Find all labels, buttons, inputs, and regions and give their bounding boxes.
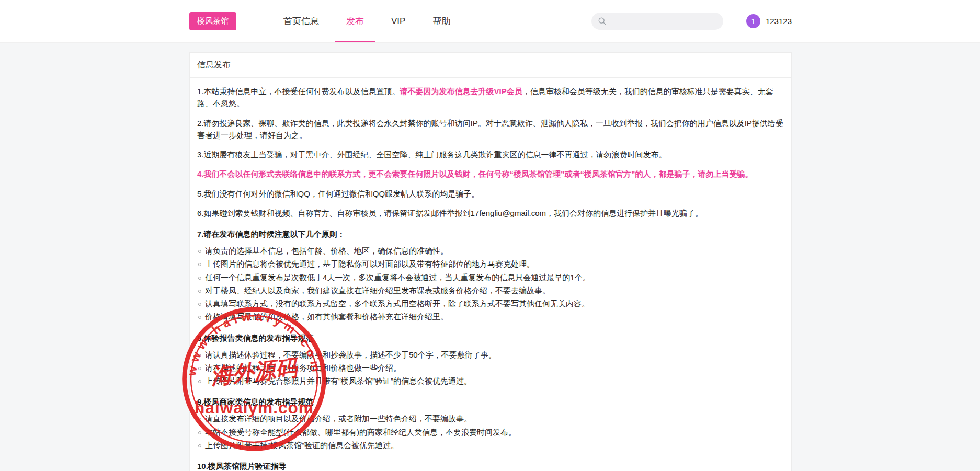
bullet-item: 请认真描述体验过程，不要编故事和抄袭故事，描述不少于50个字，不要敷衍了事。: [197, 349, 784, 361]
bullet-text: 请认真描述体验过程，不要编故事和抄袭故事，描述不少于50个字，不要敷衍了事。: [205, 349, 496, 361]
username: 123123: [766, 17, 792, 26]
site-logo[interactable]: 楼凤茶馆: [189, 12, 236, 30]
bullet-dot-icon: [198, 277, 201, 280]
bullet-item: 请负责的选择基本信息，包括年龄、价格、地区，确保信息的准确性。: [197, 245, 784, 257]
bullet-dot-icon: [198, 444, 201, 447]
bullet-text: 上传图片的信息将会被优先通过，基于隐私你可以对面部以及带有特征部位的地方马赛克处…: [205, 258, 534, 270]
bullet-dot-icon: [198, 418, 201, 421]
rule-text-segment: 请不要因为发布信息去升级VIP会员: [400, 87, 522, 96]
bullet-dot-icon: [198, 250, 201, 253]
top-navbar: 楼凤茶馆 首页信息发布VIP帮助 1 123123: [0, 0, 980, 43]
section-heading: 7.请在发布信息的时候注意以下几个原则：: [197, 229, 784, 239]
rule-paragraph: 1.本站秉持信息中立，不接受任何付费发布以及信息置顶。请不要因为发布信息去升级V…: [197, 85, 784, 110]
search-box[interactable]: [591, 13, 723, 30]
rule-text-segment: 1.本站秉持信息中立，不接受任何付费发布以及信息置顶。: [197, 87, 400, 96]
bullet-dot-icon: [198, 290, 201, 293]
bullet-item: 对于楼凤、经纪人以及商家，我们建议直接在详细介绍里发布课表或服务价格介绍，不要去…: [197, 284, 784, 296]
bullet-item: 上传图片的信息将会被优先通过，基于隐私你可以对面部以及带有特征部位的地方马赛克处…: [197, 258, 784, 270]
bullet-text: 上传图片附带马赛克合影照片并且带有“楼凤茶馆”验证”的信息会被优先通过。: [205, 375, 472, 387]
bullet-dot-icon: [198, 354, 201, 357]
bullet-dot-icon: [198, 431, 201, 434]
search-icon: [598, 17, 607, 26]
bullet-text: 上传图片附带手持“楼凤茶馆”验证的信息会被优先通过。: [205, 439, 398, 451]
bullet-item: 认真填写联系方式，没有的联系方式留空，多个联系方式用空格断开，除了联系方式不要写…: [197, 297, 784, 309]
bullet-text: 请直接发布详细的项目以及价格介绍，或者附加一些特色介绍，不要编故事。: [205, 412, 472, 424]
bullet-text: 任何一个信息重复发布是次数低于4天一次，多次重复将不会被通过，当天重复发布的信息…: [205, 271, 590, 283]
bullet-text: 价格请填写最低的单次价格，如有其他套餐和价格补充在详细介绍里。: [205, 311, 448, 323]
sections-list: 7.请在发布信息的时候注意以下几个原则：请负责的选择基本信息，包括年龄、价格、地…: [197, 229, 784, 471]
bullet-item: 上传图片附带马赛克合影照片并且带有“楼凤茶馆”验证”的信息会被优先通过。: [197, 375, 784, 387]
bullet-dot-icon: [198, 316, 201, 319]
nav-item-home-info[interactable]: 首页信息: [277, 0, 325, 42]
bullet-item: 任何一个信息重复发布是次数低于4天一次，多次重复将不会被通过，当天重复发布的信息…: [197, 271, 784, 283]
bullet-dot-icon: [198, 367, 201, 370]
nav-item-help[interactable]: 帮助: [426, 0, 457, 42]
bullet-dot-icon: [198, 380, 201, 383]
rule-paragraph: 2.请勿投递良家、裸聊、欺诈类的信息，此类投递将会永久封禁你的账号和访问IP。对…: [197, 117, 784, 142]
nav-item-publish[interactable]: 发布: [340, 0, 370, 42]
bullet-text: 本站不接受号称全能型(什么都做、哪里都有)的商家和经纪人类信息，不要浪费时间发布…: [205, 426, 516, 438]
info-publish-card: 信息发布 1.本站秉持信息中立，不接受任何付费发布以及信息置顶。请不要因为发布信…: [189, 52, 792, 471]
bullet-text: 请在描述的过程之后，对服务项目和价格也做一些介绍。: [205, 362, 401, 374]
user-menu[interactable]: 1 123123: [746, 14, 792, 28]
section-heading: 10.楼凤茶馆照片验证指导: [197, 462, 784, 471]
rule-paragraph: 6.如果碰到索要钱财和视频、自称官方、自称审核员，请保留证据发邮件举报到17fe…: [197, 207, 784, 219]
bullet-item: 请直接发布详细的项目以及价格介绍，或者附加一些特色介绍，不要编故事。: [197, 412, 784, 424]
card-body: 1.本站秉持信息中立，不接受任何付费发布以及信息置顶。请不要因为发布信息去升级V…: [190, 85, 791, 471]
bullet-dot-icon: [198, 263, 201, 266]
rule-paragraph: 4.我们不会以任何形式去联络信息中的联系方式，更不会索要任何照片以及钱财，任何号…: [197, 168, 784, 180]
bullet-text: 认真填写联系方式，没有的联系方式留空，多个联系方式用空格断开，除了联系方式不要写…: [205, 297, 589, 309]
bullet-item: 价格请填写最低的单次价格，如有其他套餐和价格补充在详细介绍里。: [197, 311, 784, 323]
rules-list: 1.本站秉持信息中立，不接受任何付费发布以及信息置顶。请不要因为发布信息去升级V…: [197, 85, 784, 219]
page-title: 信息发布: [190, 53, 791, 78]
bullet-text: 请负责的选择基本信息，包括年龄、价格、地区，确保信息的准确性。: [205, 245, 448, 257]
bullet-text: 对于楼凤、经纪人以及商家，我们建议直接在详细介绍里发布课表或服务价格介绍，不要去…: [205, 284, 550, 296]
section-heading: 8.体验报告类信息的发布指导规范: [197, 334, 784, 343]
bullet-item: 上传图片附带手持“楼凤茶馆”验证的信息会被优先通过。: [197, 439, 784, 451]
bullet-item: 请在描述的过程之后，对服务项目和价格也做一些介绍。: [197, 362, 784, 374]
rule-paragraph: 5.我们没有任何对外的微信和QQ，任何通过微信和QQ跟发帖人联系的均是骗子。: [197, 188, 784, 200]
bullet-dot-icon: [198, 303, 201, 306]
nav-item-vip[interactable]: VIP: [385, 0, 412, 42]
section-heading: 9.楼凤商家类信息的发布指导规范: [197, 397, 784, 407]
avatar[interactable]: 1: [746, 14, 760, 28]
bullet-item: 本站不接受号称全能型(什么都做、哪里都有)的商家和经纪人类信息，不要浪费时间发布…: [197, 426, 784, 438]
search-input[interactable]: [611, 17, 717, 26]
rule-paragraph: 3.近期屡有狼友上当受骗，对于黑中介、外围经纪、全国空降、纯上门服务这几类欺诈重…: [197, 148, 784, 160]
main-nav: 首页信息发布VIP帮助: [270, 0, 464, 42]
